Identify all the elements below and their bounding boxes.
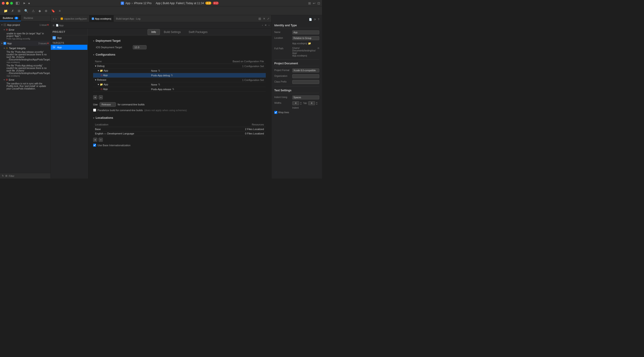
stop-button[interactable]: ■ (27, 1, 31, 6)
indent-width-input[interactable] (308, 101, 315, 105)
stepper-icon[interactable]: ⇅ (171, 74, 173, 77)
sidebar-right-toggle[interactable]: ⊡ (318, 2, 320, 5)
error-group-header-project[interactable]: ▾ ⊘ Error (0, 28, 50, 32)
full-path-label: Full Path (274, 47, 290, 50)
nav-next-icon[interactable]: › (268, 24, 270, 27)
stepper-icon[interactable]: ⇅ (158, 69, 160, 72)
project-format-select[interactable]: Xcode 8.0-compatible Xcode 3.2-compatibl… (292, 69, 319, 72)
filter-icon[interactable]: ⊞ (5, 174, 8, 177)
stepper-icon[interactable]: ⇅ (172, 88, 174, 91)
indent-using-select[interactable]: Spaces Tabs (292, 96, 319, 99)
class-prefix-input[interactable] (292, 80, 319, 84)
warning-icon[interactable]: ⚠ (31, 8, 36, 14)
layout-icon[interactable]: ⊞ (17, 8, 22, 14)
bookmark-icon[interactable]: 🔖 (50, 8, 56, 14)
indent-width-stepper[interactable]: ▲ ▼ (316, 102, 318, 105)
titlebar-center: A App › iPhone 12 Pro App | Build App: F… (31, 2, 308, 5)
extend-icon[interactable]: ⊕ (44, 8, 48, 14)
split-editor-icon[interactable]: ⊞ (258, 17, 261, 21)
nav-item-target-app[interactable]: A App (51, 45, 87, 50)
copy-path-icon[interactable]: ⊙ (318, 47, 319, 49)
add-config-button[interactable]: + (93, 95, 97, 99)
wrap-lines-checkbox[interactable] (274, 111, 277, 114)
tab-buildtime[interactable]: Buildtime 4 (0, 15, 21, 21)
toolbar: 📁 ✗ ⊞ 🔍 ⚠ ◆ ⊕ 🔖 ≡ (0, 7, 322, 15)
minimize-button[interactable] (6, 2, 9, 5)
table-row[interactable]: ▾ Release 1 Configuration Set (93, 78, 266, 82)
tab-runtime[interactable]: Runtime (21, 15, 36, 21)
table-row[interactable]: ▾ 📁 App None ⇅ (93, 82, 266, 87)
tab-width-input[interactable] (292, 101, 299, 105)
nav-back-button[interactable]: ‹ (52, 16, 55, 21)
table-row[interactable]: Base 2 Files Localized (93, 127, 266, 131)
close-tab-icon[interactable]: ✕ (263, 17, 265, 20)
folder-icon[interactable]: 📁 (3, 8, 8, 14)
table-row[interactable]: English — Development Language 0 Files L… (93, 131, 266, 136)
table-row[interactable]: ▾ 📁 App None ⇅ (93, 69, 266, 73)
release-app-folder-row: ▾ 📁 App (93, 82, 149, 87)
issue-item[interactable]: The sandbox is not in sync with the Podf… (0, 82, 50, 90)
name-input[interactable] (292, 31, 319, 34)
sidebar-toggle-small-icon[interactable]: ≡ (52, 24, 54, 27)
expand-icon[interactable]: ⤢ (267, 17, 270, 20)
refresh-icon[interactable]: ↻ (2, 174, 4, 177)
target-integrity-header[interactable]: ▾ ⚠ Target Integrity (0, 46, 50, 50)
nav-arrows: ‹ › (52, 16, 57, 21)
wrap-lines-row: Wrap lines (274, 111, 319, 114)
breakpoint-icon[interactable]: ◆ (38, 8, 42, 14)
nav-prev-icon[interactable]: ‹ (262, 24, 263, 27)
app-project-close-icon[interactable]: ✕ (47, 23, 49, 27)
nav-forward-button[interactable]: › (55, 16, 57, 21)
help-icon[interactable]: ? (318, 18, 319, 21)
issue-item[interactable]: The file "Pods-App.release.xcconfig" cou… (0, 50, 50, 64)
app-project-header[interactable]: ▾ App project 1 issue ✕ (0, 22, 50, 28)
right-panel: 📄 ⟳ ? Identity and Type Name Location Re… (271, 15, 322, 179)
table-row[interactable]: ⊙ App Pods-App.debug ⇅ (93, 73, 266, 78)
play-button[interactable]: ▶ (22, 1, 27, 6)
split-view-icon[interactable]: ⊞ (308, 2, 311, 5)
xctest-icon[interactable]: ✗ (10, 8, 15, 14)
folder-choose-icon[interactable]: 📁 (308, 42, 311, 45)
history-icon[interactable]: ⟳ (314, 18, 316, 21)
table-row[interactable]: ⊙ App Pods-App.release ⇅ (93, 87, 266, 92)
app-header[interactable]: ▾ A App 3 issues ✕ (0, 41, 50, 46)
tab-app-xcodeproj[interactable]: App.xcodeproj (90, 15, 114, 22)
error-group-header-app[interactable]: ▾ ⊘ Error (0, 78, 50, 82)
add-localization-button[interactable]: + (93, 138, 97, 142)
chevron-release-icon: ▾ (95, 78, 96, 81)
inspector-location-row: Location Relative to Group Absolute Path… (274, 36, 319, 40)
col-based-on: Based on Configuration File (149, 59, 266, 64)
list-icon[interactable]: ≡ (58, 8, 62, 14)
close-button[interactable] (2, 2, 4, 5)
remove-localization-button[interactable]: − (99, 138, 103, 142)
fullscreen-button[interactable] (10, 2, 13, 5)
full-path-value: /Users/Documents/testing/ios/App/App.xco… (292, 47, 316, 57)
remove-config-button[interactable]: − (99, 95, 103, 99)
file-inspector-icon[interactable]: 📄 (309, 18, 312, 21)
issue-item[interactable]: unable to open file (in target "App" in … (0, 32, 50, 40)
ios-deployment-select[interactable]: 12.0 13.0 14.0 (133, 45, 146, 49)
tab-build-log[interactable]: Build target App - Log (114, 15, 143, 22)
issue-item[interactable]: The file "Pods-App.debug.xcconfig" could… (0, 64, 50, 78)
release-app-target-row: ⊙ App (93, 87, 149, 92)
location-select[interactable]: Relative to Group Absolute Path Relative… (292, 36, 319, 40)
nav-item-app-project-label: App (57, 37, 62, 39)
parallelize-checkbox[interactable] (93, 109, 96, 112)
tab-build-settings[interactable]: Build Settings (160, 29, 185, 35)
app-close-icon[interactable]: ✕ (47, 42, 49, 45)
table-row[interactable]: ▾ Debug 1 Configuration Set (93, 64, 266, 69)
organization-input[interactable] (292, 74, 319, 78)
stepper-icon[interactable]: ⇅ (158, 83, 160, 86)
tab-width-stepper[interactable]: ▲ ▼ (300, 102, 302, 105)
close-editor-icon[interactable]: ✕ (264, 24, 267, 27)
debug-count: 1 Configuration Set (149, 64, 266, 69)
tab-info[interactable]: Info (148, 29, 160, 35)
return-icon[interactable]: ↩ (313, 2, 316, 5)
sidebar-toggle-button[interactable] (16, 2, 19, 5)
nav-item-app-project[interactable]: A App (51, 35, 87, 40)
search-icon[interactable]: 🔍 (23, 8, 29, 14)
tab-swift-packages[interactable]: Swift Packages (185, 29, 211, 35)
use-base-internationalization-checkbox[interactable] (93, 144, 96, 147)
use-build-select[interactable]: Release Debug (100, 102, 116, 107)
tab-capacitor-config[interactable]: capacitor.config.json (58, 15, 90, 22)
